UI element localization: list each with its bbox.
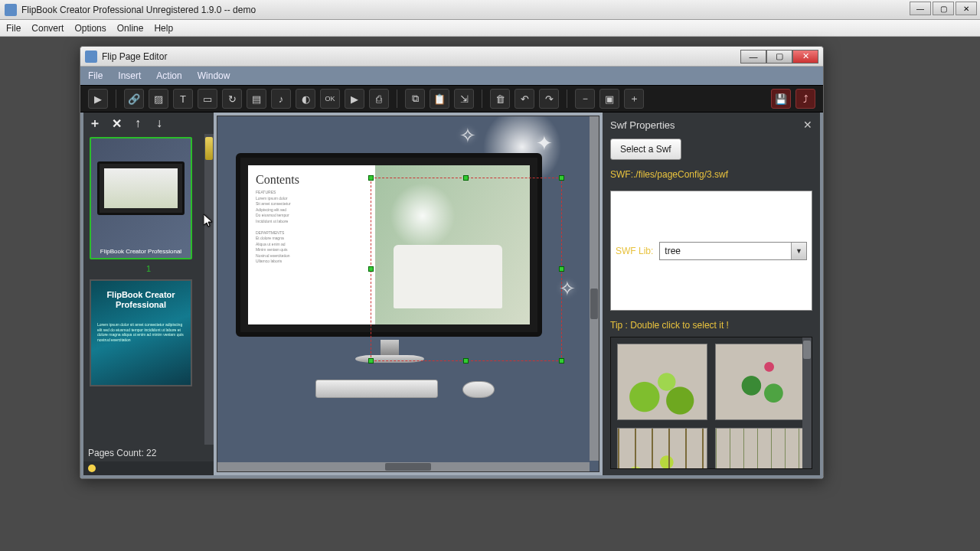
- toolbar-separator: [116, 90, 116, 108]
- resize-handle-w[interactable]: [368, 266, 374, 272]
- outer-close-button[interactable]: ✕: [956, 2, 977, 15]
- editor-titlebar[interactable]: Flip Page Editor — ▢ ✕: [80, 47, 823, 67]
- tool-link-icon[interactable]: 🔗: [124, 89, 144, 109]
- canvas-hscrollbar[interactable]: [217, 462, 590, 471]
- editor-close-button[interactable]: ✕: [792, 50, 818, 64]
- editor-menu-action[interactable]: Action: [156, 70, 181, 81]
- tool-delete-icon[interactable]: 🗑: [490, 89, 510, 109]
- editor-menu-file[interactable]: File: [88, 70, 103, 81]
- menu-convert[interactable]: Convert: [31, 23, 64, 34]
- contents-heading: Contents: [256, 173, 368, 187]
- resize-handle-n[interactable]: [463, 175, 469, 181]
- mouse-graphic: [462, 381, 495, 398]
- sparkle-icon: ✦: [536, 132, 553, 155]
- page-remove-icon[interactable]: ✕: [109, 116, 123, 130]
- pages-scroll-thumb[interactable]: [205, 137, 213, 160]
- editor-menu-insert[interactable]: Insert: [118, 70, 141, 81]
- tool-sound-icon[interactable]: ♪: [271, 89, 291, 109]
- tool-pointer-icon[interactable]: ▶: [88, 89, 108, 109]
- tool-swf-icon[interactable]: ↻: [222, 89, 242, 109]
- tool-zoom-out-icon[interactable]: －: [575, 89, 595, 109]
- tool-save-exit-icon[interactable]: ⤴: [795, 89, 815, 109]
- thumb2-body: Lorem ipsum dolor sit amet consectetur a…: [97, 322, 185, 342]
- editor-maximize-button[interactable]: ▢: [766, 50, 792, 64]
- resize-handle-se[interactable]: [559, 358, 564, 364]
- tool-text-icon[interactable]: T: [173, 89, 193, 109]
- swf-lib-label: SWF Lib:: [616, 246, 653, 256]
- page-add-icon[interactable]: ＋: [88, 116, 102, 130]
- menu-online[interactable]: Online: [117, 23, 144, 34]
- resize-handle-sw[interactable]: [368, 358, 374, 364]
- menu-help[interactable]: Help: [154, 23, 173, 34]
- select-swf-button[interactable]: Select a Swf: [610, 139, 681, 160]
- tool-paste-icon[interactable]: 📋: [430, 89, 449, 109]
- tool-flash-icon[interactable]: ◐: [296, 89, 315, 109]
- properties-title: Swf Properties: [610, 119, 803, 131]
- editor-icon: [85, 51, 97, 63]
- tool-shape-icon[interactable]: ▭: [198, 89, 217, 109]
- swf-tile[interactable]: [617, 428, 707, 469]
- properties-close-icon[interactable]: ✕: [803, 119, 812, 131]
- tool-undo-icon[interactable]: ↶: [514, 89, 534, 109]
- menu-file[interactable]: File: [6, 23, 21, 34]
- tool-redo-icon[interactable]: ↷: [539, 89, 559, 109]
- outer-minimize-button[interactable]: —: [910, 2, 931, 15]
- swf-path-label: SWF:./files/pageConfig/3.swf: [610, 169, 812, 180]
- sparkle-icon: ✧: [459, 124, 476, 148]
- tool-save-icon[interactable]: 💾: [771, 89, 791, 109]
- editor-toolbar: ▶ 🔗 ▨ T ▭ ↻ ▤ ♪ ◐ OK ▶ ⎙ ⧉ 📋 ⇲ 🗑 ↶: [80, 85, 823, 112]
- canvas-vscrollbar[interactable]: [590, 116, 599, 461]
- hint-bar: [83, 461, 214, 475]
- thumb-caption: FlipBook Creator Professional: [94, 248, 188, 255]
- swf-tile[interactable]: [617, 344, 707, 420]
- page-move-up-icon[interactable]: ↑: [131, 116, 145, 130]
- app-window: FlipBook Creator Professional Unregister…: [0, 0, 980, 551]
- page-thumb-2[interactable]: FlipBook Creator Professional Lorem ipsu…: [90, 279, 192, 386]
- pages-count-label: Pages Count: 22: [83, 445, 214, 461]
- pages-sidebar: ＋ ✕ ↑ ↓ FlipBook Creator Professional 1 …: [83, 112, 214, 475]
- tool-zoom-fit-icon[interactable]: ▣: [599, 89, 619, 109]
- tool-video-icon[interactable]: ▤: [247, 89, 266, 109]
- pages-toolbar: ＋ ✕ ↑ ↓: [83, 112, 214, 134]
- menu-options[interactable]: Options: [74, 23, 106, 34]
- swf-lib-combobox[interactable]: tree ▼: [659, 242, 807, 260]
- canvas[interactable]: ✦ ✧ ✦ ✧ Contents FEATURESLorem ipsum dol…: [217, 116, 599, 472]
- editor-menubar: File Insert Action Window: [80, 67, 823, 85]
- thumb-monitor-icon: [97, 161, 185, 215]
- outer-menubar: File Convert Options Online Help: [0, 20, 980, 37]
- tool-paste-style-icon[interactable]: ⇲: [454, 89, 474, 109]
- toolbar-separator: [482, 90, 482, 108]
- tool-print-icon[interactable]: ⎙: [369, 89, 389, 109]
- canvas-vscroll-thumb[interactable]: [590, 289, 598, 319]
- page-move-down-icon[interactable]: ↓: [152, 116, 166, 130]
- tool-zoom-in-icon[interactable]: ＋: [624, 89, 644, 109]
- chevron-down-icon[interactable]: ▼: [791, 243, 806, 259]
- tool-youtube-icon[interactable]: ▶: [345, 89, 364, 109]
- swf-tile[interactable]: [715, 344, 805, 420]
- selection-box[interactable]: [371, 178, 562, 361]
- gallery-scrollbar[interactable]: [802, 337, 812, 468]
- app-icon: [5, 4, 17, 16]
- swf-lib-value: tree: [665, 246, 681, 256]
- resize-handle-nw[interactable]: [368, 175, 374, 181]
- resize-handle-s[interactable]: [463, 358, 469, 364]
- pages-scrollbar[interactable]: [204, 134, 214, 445]
- swf-gallery: [610, 337, 812, 469]
- swf-tile[interactable]: [715, 428, 805, 469]
- editor-minimize-button[interactable]: —: [740, 50, 766, 64]
- editor-menu-window[interactable]: Window: [198, 70, 230, 81]
- resize-handle-e[interactable]: [559, 266, 564, 272]
- outer-client-area: Flip Page Editor — ▢ ✕ File Insert Actio…: [0, 37, 980, 551]
- tool-button-icon[interactable]: OK: [320, 89, 340, 109]
- page-thumb-1[interactable]: FlipBook Creator Professional: [90, 137, 192, 259]
- canvas-hscroll-thumb[interactable]: [385, 463, 431, 471]
- toolbar-separator: [567, 90, 567, 108]
- outer-maximize-button[interactable]: ▢: [933, 2, 954, 15]
- gallery-scroll-thumb[interactable]: [803, 341, 811, 359]
- resize-handle-ne[interactable]: [559, 175, 564, 181]
- bulb-icon: [88, 465, 96, 472]
- tool-image-icon[interactable]: ▨: [149, 89, 168, 109]
- tool-copy-icon[interactable]: ⧉: [405, 89, 425, 109]
- editor-title: Flip Page Editor: [102, 51, 740, 62]
- pages-list: FlipBook Creator Professional 1 FlipBook…: [83, 134, 214, 445]
